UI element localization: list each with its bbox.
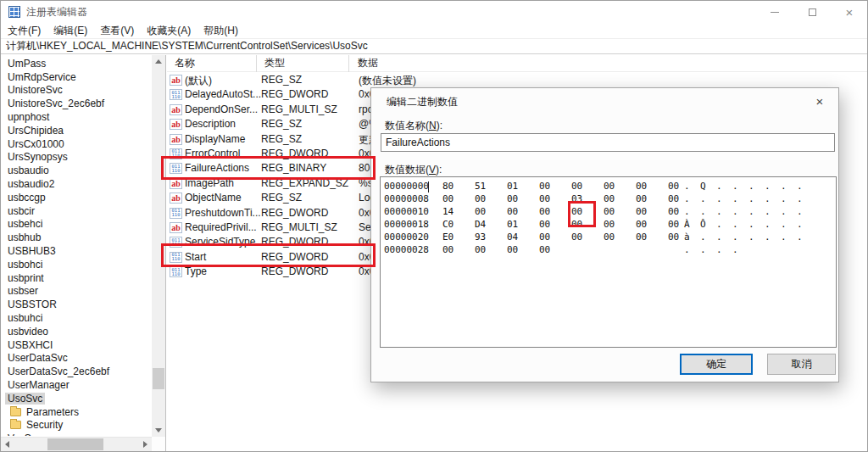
tree-item-UserDataSvc_2ec6ebf[interactable]: UserDataSvc_2ec6ebf bbox=[1, 365, 152, 378]
hex-byte[interactable]: 00 bbox=[571, 231, 582, 243]
cancel-button[interactable]: 取消 bbox=[767, 354, 836, 375]
tree-item-usbser[interactable]: usbser bbox=[1, 285, 152, 299]
hex-byte[interactable]: 00 bbox=[539, 218, 550, 231]
hex-byte[interactable]: 80 bbox=[442, 180, 453, 193]
tree-item-usbaudio[interactable]: usbaudio bbox=[1, 164, 152, 177]
hex-offset: 00000008 bbox=[384, 193, 429, 205]
hex-byte[interactable]: 00 bbox=[539, 243, 550, 256]
tree-item-Parameters[interactable]: Parameters bbox=[1, 405, 152, 419]
hex-byte[interactable]: 00 bbox=[475, 243, 486, 256]
scroll-up-button[interactable] bbox=[152, 55, 165, 68]
tree-item-usbcir[interactable]: usbcir bbox=[1, 204, 152, 218]
value-row-(默认)[interactable]: ab(默认)REG_SZ(数值未设置) bbox=[167, 73, 867, 87]
hex-byte[interactable]: 00 bbox=[636, 180, 647, 193]
tree-item-UmPass[interactable]: UmPass bbox=[1, 57, 152, 70]
tree-item-usbvideo[interactable]: usbvideo bbox=[1, 325, 152, 338]
hex-byte[interactable]: C0 bbox=[442, 218, 453, 231]
tree-item-UnistoreSvc[interactable]: UnistoreSvc bbox=[1, 84, 152, 98]
tree-item-UnistoreSvc_2ec6ebf[interactable]: UnistoreSvc_2ec6ebf bbox=[1, 97, 152, 110]
hex-byte[interactable]: D4 bbox=[475, 218, 486, 231]
tree-item-USBHUB3[interactable]: USBHUB3 bbox=[1, 244, 152, 258]
minimize-button[interactable] bbox=[760, 1, 789, 23]
hex-byte[interactable]: 00 bbox=[636, 205, 647, 218]
hex-byte[interactable]: 00 bbox=[539, 231, 550, 243]
tree-item-Security[interactable]: Security bbox=[1, 419, 152, 432]
scroll-left-button[interactable] bbox=[1, 438, 14, 451]
tree-item-VacSvc[interactable]: VacSvc bbox=[1, 432, 152, 436]
tree-item-UrsCx01000[interactable]: UrsCx01000 bbox=[1, 137, 152, 151]
hex-byte[interactable]: 00 bbox=[636, 218, 647, 231]
hex-byte[interactable]: 00 bbox=[507, 205, 518, 218]
ok-button[interactable]: 确定 bbox=[680, 354, 753, 375]
hex-byte[interactable]: 00 bbox=[604, 205, 615, 218]
tree-item-usbuhci[interactable]: usbuhci bbox=[1, 311, 152, 325]
tree-item-usbehci[interactable]: usbehci bbox=[1, 218, 152, 232]
hex-byte[interactable]: 51 bbox=[475, 180, 486, 193]
hex-byte[interactable]: 00 bbox=[571, 180, 582, 193]
arrow-right-icon bbox=[143, 441, 147, 448]
hex-byte[interactable]: 14 bbox=[442, 205, 453, 218]
vertical-scroll-thumb[interactable] bbox=[153, 368, 164, 389]
tree-item-UserManager[interactable]: UserManager bbox=[1, 378, 152, 392]
hex-ascii-char: . bbox=[716, 205, 732, 218]
hex-byte[interactable]: 00 bbox=[475, 205, 486, 218]
tree-item-usbprint[interactable]: usbprint bbox=[1, 271, 152, 285]
value-name-input[interactable] bbox=[381, 133, 835, 152]
menu-item[interactable]: 帮助(H) bbox=[203, 24, 238, 38]
menu-item[interactable]: 查看(V) bbox=[100, 24, 134, 38]
tree-item-usbhub[interactable]: usbhub bbox=[1, 231, 152, 244]
scroll-down-button[interactable] bbox=[152, 424, 165, 437]
column-header-type[interactable]: 类型 bbox=[257, 55, 349, 72]
hex-byte[interactable]: 00 bbox=[668, 218, 679, 231]
tree-item-USBXHCI[interactable]: USBXHCI bbox=[1, 338, 152, 352]
tree-item-upnphost[interactable]: upnphost bbox=[1, 110, 152, 124]
address-bar[interactable]: 计算机\HKEY_LOCAL_MACHINE\SYSTEM\CurrentCon… bbox=[1, 38, 867, 54]
hex-byte[interactable]: 00 bbox=[539, 193, 550, 205]
hex-byte[interactable]: 00 bbox=[604, 193, 615, 205]
tree-item-usbccgp[interactable]: usbccgp bbox=[1, 191, 152, 204]
hex-byte[interactable]: 00 bbox=[668, 193, 679, 205]
tree-item-UmRdpService[interactable]: UmRdpService bbox=[1, 70, 152, 84]
hex-byte[interactable]: 00 bbox=[539, 205, 550, 218]
hex-byte[interactable]: 00 bbox=[507, 243, 518, 256]
maximize-button[interactable] bbox=[798, 1, 826, 23]
tree-item-USBSTOR[interactable]: USBSTOR bbox=[1, 298, 152, 311]
dialog-close-button[interactable]: × bbox=[808, 92, 832, 110]
hex-byte[interactable]: 00 bbox=[636, 193, 647, 205]
hex-byte[interactable]: 00 bbox=[539, 180, 550, 193]
hex-byte[interactable]: 00 bbox=[442, 243, 453, 256]
hex-byte[interactable]: 00 bbox=[604, 231, 615, 243]
tree-item-UserDataSvc[interactable]: UserDataSvc bbox=[1, 352, 152, 366]
hex-byte[interactable]: 00 bbox=[604, 218, 615, 231]
horizontal-scroll-thumb[interactable] bbox=[47, 438, 103, 450]
close-button[interactable]: × bbox=[835, 1, 864, 23]
menu-item[interactable]: 文件(F) bbox=[8, 24, 41, 38]
hex-byte[interactable]: 00 bbox=[442, 193, 453, 205]
hex-byte[interactable]: 01 bbox=[507, 180, 518, 193]
menu-item[interactable]: 收藏夹(A) bbox=[147, 24, 191, 38]
tree-item-UrsSynopsys[interactable]: UrsSynopsys bbox=[1, 151, 152, 165]
hex-byte[interactable]: E0 bbox=[442, 231, 453, 243]
tree-item-UsoSvc[interactable]: UsoSvc bbox=[1, 392, 152, 405]
hex-byte[interactable]: 00 bbox=[507, 193, 518, 205]
hex-byte[interactable]: 00 bbox=[475, 193, 486, 205]
hex-byte[interactable]: 04 bbox=[507, 231, 518, 243]
hex-editor[interactable]: 000000008051010000000000.Q......00000008… bbox=[380, 176, 837, 348]
hex-byte[interactable]: 00 bbox=[604, 180, 615, 193]
tree-horizontal-scrollbar[interactable] bbox=[1, 437, 152, 451]
tree-item-UrsChipidea[interactable]: UrsChipidea bbox=[1, 124, 152, 137]
hex-byte[interactable]: 00 bbox=[668, 231, 679, 243]
hex-byte[interactable]: 00 bbox=[636, 231, 647, 243]
hex-byte[interactable]: 00 bbox=[668, 180, 679, 193]
scroll-right-button[interactable] bbox=[139, 438, 152, 451]
hex-byte[interactable]: 00 bbox=[668, 205, 679, 218]
menu-item[interactable]: 编辑(E) bbox=[53, 24, 87, 38]
column-header-data[interactable]: 数据 bbox=[349, 55, 620, 72]
column-header-name[interactable]: 名称 bbox=[167, 55, 257, 72]
hex-ascii-char: . bbox=[732, 243, 748, 256]
tree-item-usbohci[interactable]: usbohci bbox=[1, 258, 152, 271]
tree-item-usbaudio2[interactable]: usbaudio2 bbox=[1, 177, 152, 191]
hex-ascii-char: . bbox=[732, 218, 748, 231]
hex-byte[interactable]: 93 bbox=[475, 231, 486, 243]
hex-byte[interactable]: 01 bbox=[507, 218, 518, 231]
